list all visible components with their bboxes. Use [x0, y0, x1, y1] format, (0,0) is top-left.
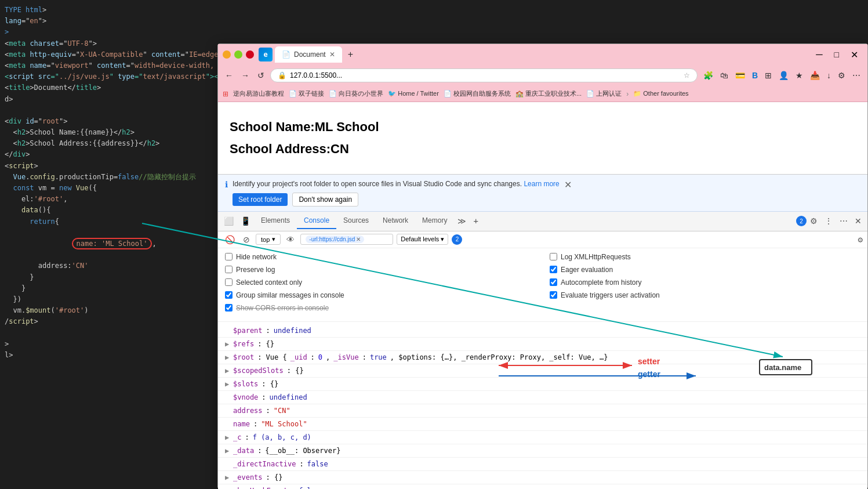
new-tab-button[interactable]: + [344, 48, 357, 61]
wallet-button[interactable]: 💳 [733, 70, 747, 81]
add-panel-icon[interactable]: + [470, 214, 481, 228]
devtools-close-button[interactable]: ✕ [851, 214, 865, 228]
prop-address: address [233, 405, 263, 416]
group-similar-checkbox[interactable] [225, 291, 233, 299]
window-restore-button[interactable]: □ [830, 49, 844, 60]
dont-show-button[interactable]: Don't show again [292, 193, 358, 207]
selected-context-checkbox[interactable] [225, 278, 233, 286]
url-bar[interactable]: 🔒 127.0.0.1:5500... ☆ [270, 68, 698, 82]
bookmark-sunflower[interactable]: 📄 向日葵の小世界 [329, 89, 383, 98]
profile-button[interactable]: 👤 [776, 70, 791, 81]
selected-context-label: Selected context only [236, 278, 302, 287]
devtools-settings-button[interactable]: ⚙ [807, 214, 821, 228]
apps-button[interactable]: ⊞ [762, 70, 774, 81]
bookmarks-more-icon[interactable]: › [626, 90, 629, 98]
bookmark-auth[interactable]: 📄 上网认证 [586, 89, 622, 98]
code-line: vm.$mount('#root') [0, 305, 217, 316]
option-log-xmlhttp: Log XMLHttpRequests [550, 253, 860, 261]
reload-button[interactable]: ↺ [255, 70, 267, 81]
code-line: return{ [0, 216, 217, 227]
console-line-events: ▶ _events : {} [218, 471, 867, 484]
info-text: Identify your project's root folder to o… [233, 180, 522, 188]
info-content: Identify your project's root folder to o… [233, 179, 560, 207]
option-show-cors: Show CORS errors in console [225, 304, 536, 312]
bookmark-campus[interactable]: 📄 校园网自助服务系统 [444, 89, 511, 98]
bookmark-chongqing[interactable]: 🏫 重庆工业职业技术... [515, 89, 582, 98]
extensions-button[interactable]: 🧩 [701, 70, 716, 81]
autocomplete-checkbox[interactable] [550, 278, 557, 286]
code-line: > [0, 27, 217, 38]
error-badge: 2 [796, 216, 807, 226]
tab-network[interactable]: Network [376, 213, 415, 229]
colon: : [257, 445, 262, 456]
forward-button[interactable]: → [239, 70, 252, 81]
minimize-button[interactable] [223, 50, 231, 59]
bing-button[interactable]: B [750, 70, 760, 81]
devtools-dock-button[interactable]: ⋮ [821, 214, 836, 228]
more-tabs-icon[interactable]: ≫ [454, 214, 470, 228]
downloads-button[interactable]: ↓ [825, 70, 833, 81]
expand-icon[interactable]: ▶ [225, 339, 230, 349]
code-line: <meta charset="UTF-8"> [0, 38, 217, 49]
expand-icon[interactable]: ▶ [225, 472, 230, 483]
clear-console-button[interactable]: 🚫 [223, 234, 237, 245]
tab-memory[interactable]: Memory [415, 213, 454, 229]
eager-eval-checkbox[interactable] [550, 266, 557, 273]
console-settings-icon[interactable]: ⚙ [858, 235, 863, 244]
tab-console[interactable]: Console [297, 213, 336, 229]
info-close-button[interactable]: ✕ [564, 179, 572, 190]
learn-more-link[interactable]: Learn more [524, 180, 559, 188]
device-icon[interactable]: 📱 [237, 214, 254, 228]
context-selector[interactable]: top ▾ [256, 234, 281, 245]
close-button[interactable] [246, 50, 254, 59]
console-line-scoped: ▶ $scopedSlots : {} [218, 364, 867, 378]
screenshot-container: TYPE html> lang="en"> > <meta charset="U… [0, 0, 868, 489]
window-close-button[interactable]: ✕ [846, 48, 863, 61]
no-arrow [225, 419, 230, 429]
log-xmlhttp-checkbox[interactable] [550, 253, 557, 260]
preserve-log-checkbox[interactable] [225, 266, 233, 273]
prop-parent-name: $parent [233, 325, 263, 336]
close-tab-button[interactable]: ✕ [329, 50, 335, 59]
inspect-icon[interactable]: ⬜ [220, 214, 237, 228]
expand-icon[interactable]: ▶ [225, 379, 230, 389]
level-selector[interactable]: Default levels ▾ [397, 234, 448, 245]
expand-icon[interactable]: ▶ [225, 352, 230, 363]
filter-input[interactable]: -url:https://cdn.jsd ✕ [300, 234, 393, 245]
bookmark-twitter[interactable]: 🐦 Home / Twitter [388, 90, 439, 97]
colon: : [311, 352, 315, 363]
expand-icon[interactable]: ▶ [225, 365, 230, 376]
settings-button[interactable]: ⚙ [836, 70, 848, 81]
expand-icon[interactable]: ▶ [225, 432, 230, 443]
bookmark-yushan[interactable]: 逆向易游山寨教程 [233, 89, 284, 98]
filter-tag-close[interactable]: ✕ [356, 236, 361, 242]
set-root-button[interactable]: Set root folder [233, 193, 288, 206]
shopping-button[interactable]: 🛍 [718, 70, 731, 81]
prop-separator: : {} [262, 379, 278, 389]
devtools-more-button[interactable]: ⋯ [836, 214, 851, 228]
colon: : [262, 392, 266, 403]
window-minimize-button[interactable]: ─ [811, 48, 827, 61]
hide-network-checkbox[interactable] [225, 253, 233, 260]
back-button[interactable]: ← [223, 70, 235, 81]
filter-button[interactable]: ⊘ [241, 234, 252, 245]
tab-elements[interactable]: Elements [254, 213, 297, 229]
tab-sources[interactable]: Sources [336, 213, 376, 229]
eval-triggers-checkbox[interactable] [550, 291, 557, 299]
prop-data: _data [233, 445, 254, 456]
browser-tab[interactable]: 📄 Document ✕ [275, 46, 342, 63]
console-output[interactable]: $parent : undefined ▶ $refs : {} ▶ $root… [218, 322, 867, 489]
collections-button[interactable]: 📥 [808, 70, 822, 81]
bookmark-twins[interactable]: 📄 双子链接 [289, 89, 324, 98]
etc: , $options: {…}, _renderProxy: Proxy, _s… [390, 352, 608, 363]
maximize-button[interactable] [234, 50, 242, 59]
favorites-button[interactable]: ★ [793, 70, 805, 81]
more-button[interactable]: ⋯ [850, 70, 863, 81]
expand-icon[interactable]: ▶ [225, 445, 230, 456]
eye-button[interactable]: 👁 [284, 234, 297, 245]
show-cors-checkbox[interactable] [225, 304, 233, 311]
star-icon[interactable]: ☆ [684, 71, 690, 79]
other-favorites[interactable]: 📁 Other favourites [633, 90, 688, 97]
code-line: <script src="../js/vue.js" type="text/ja… [0, 71, 217, 82]
info-actions: Set root folder Don't show again [233, 193, 560, 207]
